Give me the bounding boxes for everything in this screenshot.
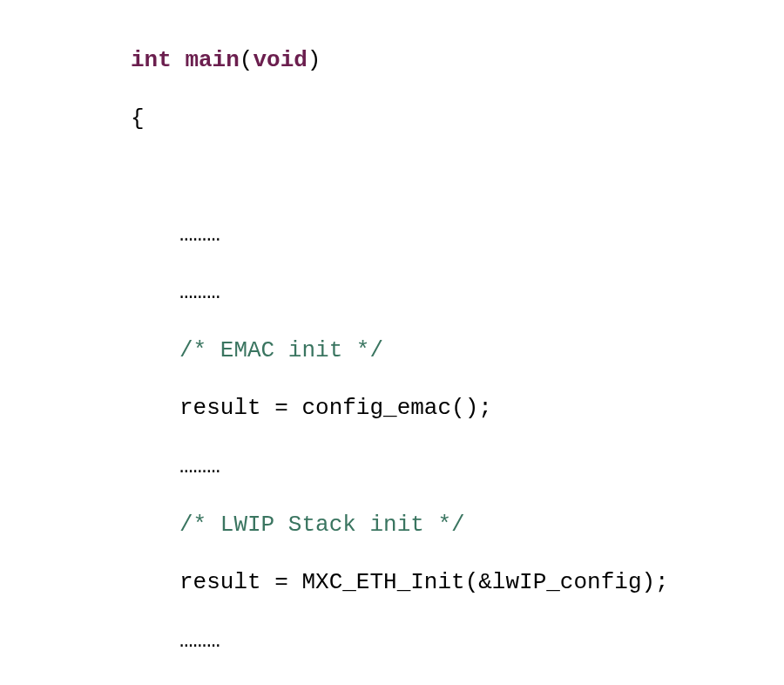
blank-line: [131, 162, 784, 191]
paren-close: ): [308, 47, 321, 73]
code-line-2: {: [131, 105, 784, 133]
function-main: main: [172, 47, 240, 73]
paren-open: (: [240, 47, 253, 73]
code-line-9: result = MXC_ETH_Init(&lwIP_config);: [131, 568, 784, 597]
code-line-7: ………: [131, 452, 784, 481]
code-snippet: int main(void) { ……… ……… /* EMAC init */…: [131, 17, 784, 685]
comment-emac: /* EMAC init */: [131, 336, 784, 365]
code-line-3: ………: [131, 220, 784, 249]
comment-lwip: /* LWIP Stack init */: [131, 511, 784, 539]
code-line-10: ………: [131, 627, 784, 655]
keyword-int: int: [131, 47, 172, 73]
keyword-void: void: [253, 47, 307, 73]
code-line-4: ………: [131, 278, 784, 307]
code-line-1: int main(void): [131, 46, 784, 75]
code-line-6: result = config_emac();: [131, 394, 784, 423]
